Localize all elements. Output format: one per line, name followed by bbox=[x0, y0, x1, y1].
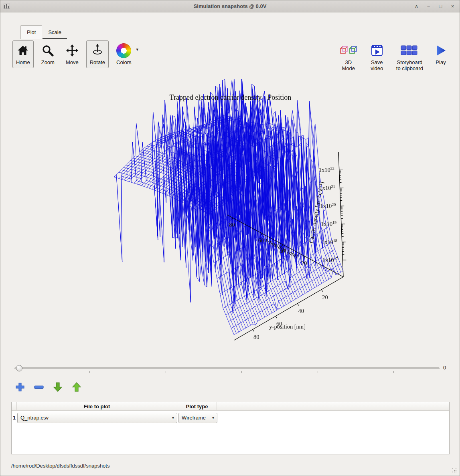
status-path: /home/rod/Desktop/dfsdsffdssdf/snapshots bbox=[11, 463, 109, 469]
plot-type-select[interactable]: Wireframe ▾ bbox=[178, 413, 217, 423]
3d-mode-button[interactable]: 3D Mode bbox=[336, 40, 361, 74]
slider-value: 0 bbox=[443, 365, 446, 371]
3d-mode-label: 3D Mode bbox=[342, 60, 355, 72]
snapshot-slider-row: 0 bbox=[12, 364, 452, 377]
rotate-label: Rotate bbox=[90, 60, 105, 66]
play-button[interactable]: Play bbox=[432, 40, 450, 68]
play-label: Play bbox=[436, 60, 446, 66]
simulation-snapshots-window: Simulation snapshots @ 0.0V ∧ − □ × Plot… bbox=[0, 0, 460, 476]
move-row-down-button[interactable] bbox=[52, 382, 64, 394]
move-arrows-icon bbox=[66, 43, 78, 58]
table-row: 1 Q_ntrap.csv ▾ Wireframe ▾ bbox=[12, 411, 449, 424]
chevron-down-icon: ▾ bbox=[172, 415, 174, 420]
app-icon bbox=[4, 4, 10, 9]
arrow-up-icon bbox=[72, 382, 81, 394]
storyboard-icon bbox=[400, 43, 419, 58]
remove-row-button[interactable] bbox=[33, 382, 45, 394]
titlebar[interactable]: Simulation snapshots @ 0.0V ∧ − □ × bbox=[0, 0, 460, 12]
slider-scale-tick bbox=[166, 371, 166, 373]
colors-dropdown-arrow-icon[interactable]: ▾ bbox=[136, 47, 139, 52]
row-edit-buttons bbox=[14, 382, 83, 394]
shade-button[interactable]: ∧ bbox=[413, 3, 419, 9]
tab-scale[interactable]: Scale bbox=[43, 26, 67, 39]
home-label: Home bbox=[16, 60, 30, 66]
file-to-plot-value: Q_ntrap.csv bbox=[20, 415, 49, 421]
slider-handle[interactable] bbox=[16, 365, 22, 371]
slider-scale-tick bbox=[393, 371, 394, 373]
home-icon bbox=[17, 43, 29, 58]
tab-plot[interactable]: Plot bbox=[20, 25, 42, 39]
magnifier-icon bbox=[42, 43, 54, 58]
status-bar: /home/rod/Desktop/dfsdsffdssdf/snapshots bbox=[0, 458, 460, 476]
colors-button[interactable]: Colors bbox=[113, 40, 135, 68]
minus-icon bbox=[34, 382, 44, 393]
chevron-down-icon: ▾ bbox=[212, 415, 214, 420]
resize-grip[interactable] bbox=[452, 468, 457, 473]
row-number: 1 bbox=[12, 415, 17, 421]
move-row-up-button[interactable] bbox=[71, 382, 83, 394]
slider-scale-tick bbox=[89, 371, 90, 373]
plot-area: Trapped electron carrier density - Posit… bbox=[0, 79, 460, 364]
zoom-label: Zoom bbox=[41, 60, 55, 66]
toolbar: Home Zoom Move Rotate bbox=[12, 40, 450, 77]
col-header-file-to-plot[interactable]: File to plot bbox=[17, 402, 177, 410]
close-button[interactable]: × bbox=[450, 3, 456, 9]
storyboard-label: Storyboard to clipboard bbox=[396, 60, 423, 72]
home-button[interactable]: Home bbox=[12, 40, 34, 68]
3d-mode-icon bbox=[339, 43, 358, 58]
move-button[interactable]: Move bbox=[62, 40, 82, 68]
zoom-button[interactable]: Zoom bbox=[38, 40, 58, 68]
rotate-button[interactable]: Rotate bbox=[86, 40, 109, 68]
maximize-button[interactable]: □ bbox=[438, 3, 444, 9]
minimize-button[interactable]: − bbox=[426, 3, 432, 9]
slider-scale-tick bbox=[318, 371, 318, 373]
table-corner-cell bbox=[12, 402, 17, 410]
arrow-down-icon bbox=[53, 382, 63, 394]
file-to-plot-select[interactable]: Q_ntrap.csv ▾ bbox=[17, 413, 177, 423]
storyboard-to-clipboard-button[interactable]: Storyboard to clipboard bbox=[393, 40, 427, 74]
move-label: Move bbox=[66, 60, 79, 66]
save-video-label: Save video bbox=[371, 60, 383, 72]
snapshot-slider[interactable] bbox=[14, 367, 440, 369]
color-wheel-icon bbox=[116, 43, 131, 58]
slider-scale-tick bbox=[241, 371, 242, 373]
add-row-button[interactable] bbox=[14, 382, 26, 394]
plus-icon bbox=[15, 382, 25, 393]
col-header-plot-type[interactable]: Plot type bbox=[177, 402, 217, 410]
rotate-icon bbox=[91, 43, 103, 58]
wireframe-plot-canvas[interactable] bbox=[0, 79, 460, 364]
files-table: File to plot Plot type 1 Q_ntrap.csv ▾ W… bbox=[11, 402, 450, 454]
save-video-icon bbox=[370, 43, 384, 58]
plot-type-value: Wireframe bbox=[182, 415, 206, 421]
window-title: Simulation snapshots @ 0.0V bbox=[0, 3, 460, 9]
save-video-button[interactable]: Save video bbox=[366, 40, 388, 74]
colors-label: Colors bbox=[116, 60, 132, 66]
tab-bar: Plot Scale bbox=[20, 24, 67, 39]
play-icon bbox=[435, 43, 446, 58]
table-header: File to plot Plot type bbox=[12, 402, 449, 411]
